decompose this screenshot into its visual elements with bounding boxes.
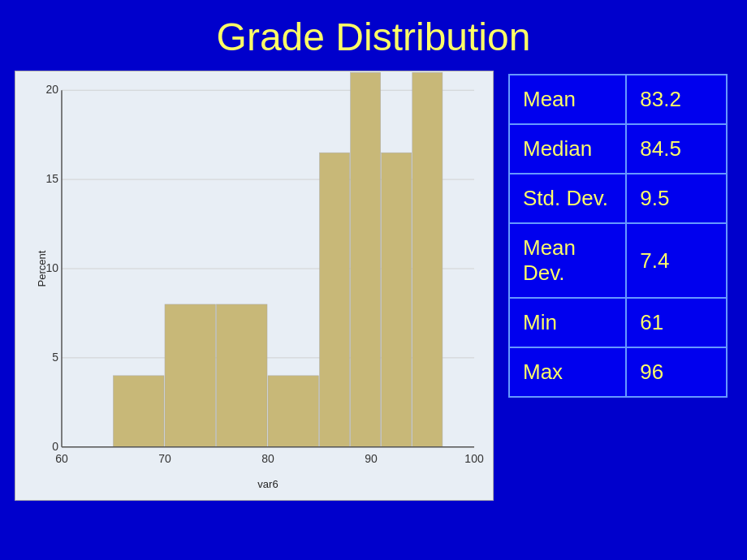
stats-row: Max96 xyxy=(509,347,727,397)
chart-inner: Percent var6 0510152060708090100 xyxy=(58,86,478,451)
svg-rect-16 xyxy=(165,304,216,447)
page-title: Grade Distribution xyxy=(0,0,747,71)
chart-svg: 0510152060708090100 xyxy=(58,86,478,451)
svg-text:70: 70 xyxy=(158,451,171,464)
stats-row: Median84.5 xyxy=(509,124,727,174)
svg-rect-21 xyxy=(382,153,412,447)
stats-value: 7.4 xyxy=(626,223,727,298)
svg-text:15: 15 xyxy=(45,172,58,185)
svg-rect-15 xyxy=(113,376,164,447)
stats-row: Min61 xyxy=(509,298,727,347)
chart-container: Percent var6 0510152060708090100 xyxy=(15,71,494,501)
x-axis-label: var6 xyxy=(257,478,278,490)
stats-row: Mean83.2 xyxy=(509,75,727,124)
svg-text:60: 60 xyxy=(55,451,68,464)
stats-row: MeanDev.7.4 xyxy=(509,223,727,298)
content-area: Percent var6 0510152060708090100 Mean83.… xyxy=(0,71,747,501)
stats-label: MeanDev. xyxy=(509,223,626,298)
stats-label: Max xyxy=(509,347,626,397)
svg-rect-17 xyxy=(216,304,267,447)
svg-text:20: 20 xyxy=(45,83,58,96)
svg-text:90: 90 xyxy=(365,451,378,464)
y-axis-label: Percent xyxy=(36,251,48,287)
stats-value: 84.5 xyxy=(626,124,727,174)
stats-row: Std. Dev.9.5 xyxy=(509,174,727,223)
stats-label: Min xyxy=(509,298,626,347)
stats-value: 83.2 xyxy=(626,75,727,124)
svg-rect-19 xyxy=(320,153,350,447)
stats-value: 9.5 xyxy=(626,174,727,223)
stats-label: Mean xyxy=(509,75,626,124)
svg-rect-20 xyxy=(351,72,381,447)
stats-value: 96 xyxy=(626,347,727,397)
stats-table: Mean83.2Median84.5Std. Dev.9.5MeanDev.7.… xyxy=(508,74,728,398)
svg-rect-22 xyxy=(412,72,443,447)
svg-text:80: 80 xyxy=(261,451,274,464)
svg-text:5: 5 xyxy=(52,351,58,364)
stats-label: Std. Dev. xyxy=(509,174,626,223)
stats-value: 61 xyxy=(626,298,727,347)
svg-text:100: 100 xyxy=(464,451,483,464)
svg-rect-18 xyxy=(268,376,319,447)
stats-label: Median xyxy=(509,124,626,174)
